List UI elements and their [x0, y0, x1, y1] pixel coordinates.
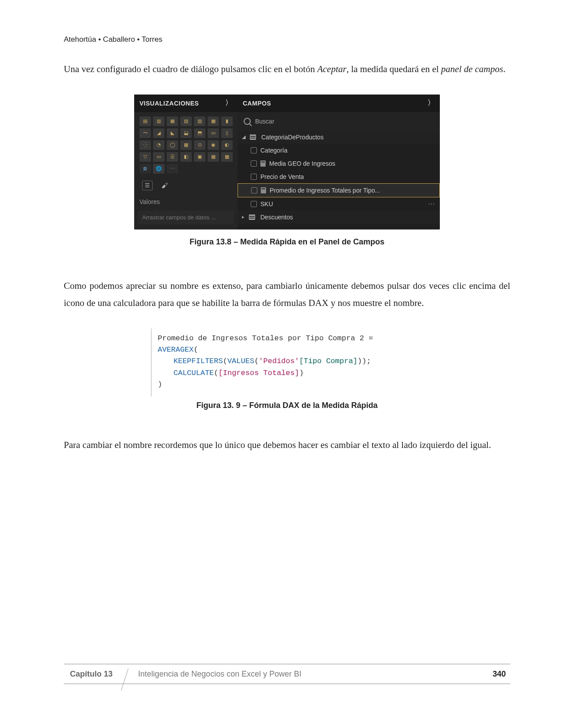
more-icon[interactable]: ⋯ — [167, 164, 178, 174]
slicer-icon[interactable]: ▣ — [194, 152, 205, 162]
table-label: Descuentos — [260, 214, 293, 221]
field-media-geo[interactable]: Media GEO de Ingresos — [238, 157, 440, 170]
emphasis-aceptar: Aceptar — [317, 64, 346, 74]
powerbi-panel-screenshot: VISUALIZACIONES 〉 ▤ ▥ ▦ ▧ ▨ ▩ ▮ 〜 ◢ ◣ ⬓ … — [134, 95, 440, 229]
figure-13-9-caption: Figura 13. 9 – Fórmula DAX de la Medida … — [64, 401, 510, 410]
footer-page-number: 340 — [493, 670, 510, 679]
stacked-bar-icon[interactable]: ▤ — [139, 116, 151, 126]
paragraph-3: Para cambiar el nombre recordemos que lo… — [64, 437, 510, 454]
dax-fn-keepfilters: KEEPFILTERS — [174, 357, 223, 365]
table-icon — [250, 135, 256, 140]
table-categoria-productos[interactable]: ◢ CategoriaDeProductos — [238, 131, 440, 144]
dax-fn-averagex: AVERAGEX — [158, 346, 194, 354]
field-label: Categoría — [260, 147, 287, 154]
measure-icon — [261, 187, 266, 193]
card-icon[interactable]: ▭ — [153, 152, 165, 162]
footer-title: Inteligencia de Negocios con Excel y Pow… — [125, 670, 493, 679]
paragraph-1: Una vez configurado el cuadro de diálogo… — [64, 61, 510, 78]
filled-map-icon[interactable]: ◉ — [208, 140, 219, 150]
combo-icon[interactable]: ⬓ — [180, 128, 192, 138]
waterfall-icon[interactable]: ▯ — [221, 128, 233, 138]
fields-pane: CAMPOS 〉 Buscar ◢ CategoriaDeProductos C… — [238, 95, 440, 229]
table-descuentos[interactable]: ▸ Descuentos — [238, 211, 440, 224]
field-precio-venta[interactable]: Precio de Venta — [238, 170, 440, 183]
fields-tab-icon[interactable]: ☰ — [142, 181, 153, 190]
chevron-right-icon[interactable]: 〉 — [428, 98, 435, 108]
dax-table-lit: 'Pedidos' — [259, 357, 299, 365]
dax-column-lit: [Tipo Compra] — [299, 357, 358, 365]
more-options-icon[interactable]: ⋯ — [428, 200, 435, 208]
page-footer: Capítulo 13 Inteligencia de Negocios con… — [64, 664, 510, 684]
chevron-right-icon[interactable]: 〉 — [225, 98, 233, 108]
column2-icon[interactable]: ▮ — [221, 116, 233, 126]
kpi-icon[interactable]: ◧ — [180, 152, 192, 162]
field-label: SKU — [260, 200, 273, 207]
text: ) — [158, 380, 162, 389]
field-sku[interactable]: SKU ⋯ — [238, 197, 440, 211]
dax-formula-block: Promedio de Ingresos Totales por Tipo Co… — [151, 328, 424, 397]
area-icon[interactable]: ◢ — [153, 128, 165, 138]
drag-fields-placeholder[interactable]: Arrastrar campos de datos ... — [138, 211, 234, 224]
dax-fn-calculate: CALCULATE — [174, 369, 214, 377]
map-icon[interactable]: ⊙ — [194, 140, 205, 150]
search-icon — [244, 118, 251, 125]
column-icon[interactable]: ▨ — [194, 116, 205, 126]
scatter-icon[interactable]: ⁛ — [139, 140, 151, 150]
dax-fn-values: VALUES — [227, 357, 254, 365]
paragraph-2: Como podemos apreciar su nombre es exten… — [64, 277, 510, 312]
format-tools-row: ☰ 🖌 — [134, 176, 238, 196]
checkbox-icon[interactable] — [251, 147, 257, 153]
text: Una vez configurado el cuadro de diálogo… — [64, 64, 317, 74]
collapse-icon[interactable]: ▸ — [242, 214, 245, 220]
matrix-icon[interactable]: ▩ — [221, 152, 233, 162]
checkbox-icon[interactable] — [251, 174, 257, 180]
emphasis-panel: panel de campos — [441, 64, 503, 74]
checkbox-icon[interactable] — [251, 201, 257, 207]
field-label: Promedio de Ingresos Totales por Tipo... — [270, 187, 380, 194]
page-authors: Atehortúa • Caballero • Torres — [64, 35, 510, 44]
globe-icon[interactable]: 🌐 — [153, 164, 165, 174]
clustered-bar-icon[interactable]: ▥ — [153, 116, 165, 126]
line-icon[interactable]: 〜 — [139, 128, 151, 138]
checkbox-icon[interactable] — [251, 187, 257, 193]
fields-title: CAMPOS — [243, 100, 271, 107]
field-categoria[interactable]: Categoría — [238, 144, 440, 157]
checkbox-icon[interactable] — [251, 160, 257, 167]
funnel-icon[interactable]: ▽ — [139, 152, 151, 162]
treemap-icon[interactable]: ▦ — [180, 140, 192, 150]
text: , la medida quedará en el — [347, 64, 441, 74]
table-viz-icon[interactable]: ▦ — [208, 152, 219, 162]
table-icon — [249, 215, 255, 220]
search-placeholder: Buscar — [255, 118, 274, 125]
format-tab-icon[interactable]: 🖌 — [159, 181, 170, 190]
combo2-icon[interactable]: ⬒ — [194, 128, 205, 138]
table-label: CategoriaDeProductos — [261, 134, 324, 141]
expand-icon[interactable]: ◢ — [242, 134, 245, 140]
dax-measure-lit: [Ingresos Totales] — [219, 369, 300, 377]
stacked-area-icon[interactable]: ◣ — [167, 128, 178, 138]
bar-icon[interactable]: ▩ — [208, 116, 219, 126]
visualization-icons-grid: ▤ ▥ ▦ ▧ ▨ ▩ ▮ 〜 ◢ ◣ ⬓ ⬒ ▭ ▯ ⁛ ◔ ◯ ▦ ⊙ ◉ … — [134, 112, 238, 176]
gauge-icon[interactable]: ◐ — [221, 140, 233, 150]
fields-header[interactable]: CAMPOS 〉 — [238, 95, 440, 112]
clustered-column-icon[interactable]: ▧ — [180, 116, 192, 126]
donut-icon[interactable]: ◯ — [167, 140, 178, 150]
visualizations-header[interactable]: VISUALIZACIONES 〉 — [134, 95, 238, 112]
field-label: Media GEO de Ingresos — [269, 160, 335, 167]
figure-13-8-caption: Figura 13.8 – Medida Rápida en el Panel … — [64, 237, 510, 247]
field-label: Precio de Venta — [260, 173, 304, 180]
multirow-icon[interactable]: ☰ — [167, 152, 178, 162]
r-visual-icon[interactable]: R — [139, 164, 151, 174]
text: . — [503, 64, 505, 74]
stacked-column-icon[interactable]: ▦ — [167, 116, 178, 126]
field-promedio-ingresos[interactable]: Promedio de Ingresos Totales por Tipo... — [238, 183, 440, 197]
visualizations-title: VISUALIZACIONES — [139, 100, 199, 107]
values-section-label: Valores — [134, 196, 238, 209]
dax-measure-name: Promedio de Ingresos Totales por Tipo Co… — [158, 334, 373, 342]
text: ( — [194, 346, 198, 354]
ribbon-icon[interactable]: ▭ — [208, 128, 219, 138]
footer-chapter: Capítulo 13 — [64, 670, 125, 679]
pie-icon[interactable]: ◔ — [153, 140, 165, 150]
visualizations-pane: VISUALIZACIONES 〉 ▤ ▥ ▦ ▧ ▨ ▩ ▮ 〜 ◢ ◣ ⬓ … — [134, 95, 238, 229]
fields-search[interactable]: Buscar — [238, 112, 440, 131]
